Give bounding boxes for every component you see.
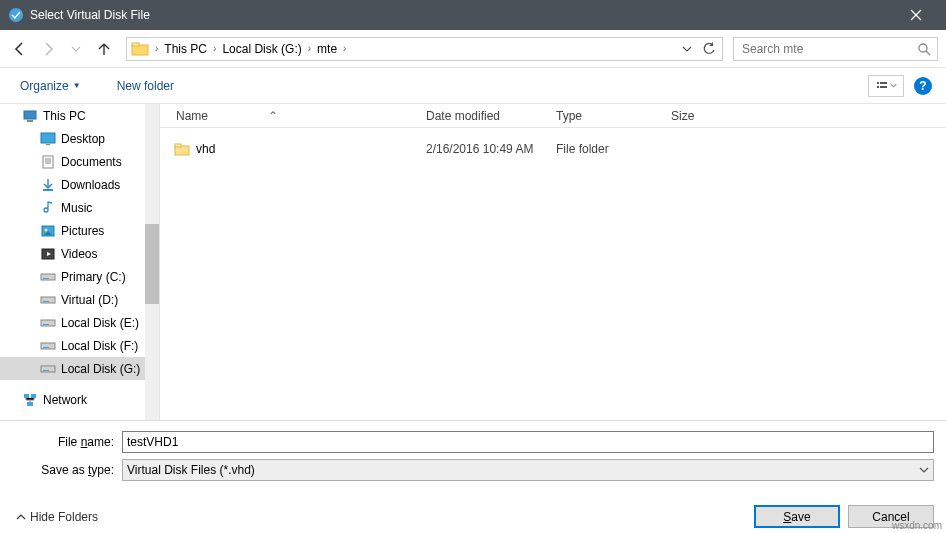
drive-icon: [40, 361, 56, 377]
drive-icon: [40, 292, 56, 308]
tree-label: Documents: [61, 155, 122, 169]
tree-pictures[interactable]: Pictures: [0, 219, 159, 242]
app-icon: [8, 7, 24, 23]
svg-rect-26: [43, 370, 49, 371]
savetype-value: Virtual Disk Files (*.vhd): [127, 463, 255, 477]
tree-label: Primary (C:): [61, 270, 126, 284]
filename-input[interactable]: [122, 431, 934, 453]
help-button[interactable]: ?: [914, 77, 932, 95]
back-button[interactable]: [8, 37, 32, 61]
column-type[interactable]: Type: [550, 109, 665, 123]
tree-label: Local Disk (E:): [61, 316, 139, 330]
svg-rect-11: [46, 144, 50, 145]
chevron-right-icon[interactable]: ›: [339, 43, 350, 54]
tree-music[interactable]: Music: [0, 196, 159, 219]
svg-rect-9: [27, 120, 33, 122]
svg-rect-24: [43, 347, 49, 348]
address-bar[interactable]: › This PC › Local Disk (G:) › mte ›: [126, 37, 723, 61]
up-button[interactable]: [92, 37, 116, 61]
watermark: wsxdn.com: [892, 520, 942, 531]
organize-menu[interactable]: Organize ▼: [14, 75, 87, 97]
svg-rect-31: [175, 144, 181, 147]
column-size[interactable]: Size: [665, 109, 745, 123]
tree-network[interactable]: Network: [0, 388, 159, 411]
svg-rect-6: [877, 86, 879, 88]
music-icon: [40, 200, 56, 216]
breadcrumb-folder[interactable]: mte: [315, 42, 339, 56]
file-list[interactable]: vhd 2/16/2016 10:49 AM File folder: [160, 128, 946, 420]
chevron-right-icon[interactable]: ›: [304, 43, 315, 54]
tree-label: Virtual (D:): [61, 293, 118, 307]
svg-rect-4: [877, 82, 879, 84]
savetype-select[interactable]: Virtual Disk Files (*.vhd): [122, 459, 934, 481]
hide-folders-button[interactable]: Hide Folders: [16, 510, 98, 524]
chevron-down-icon: ▼: [73, 81, 81, 90]
file-list-panel: Name ⌃ Date modified Type Size vhd 2/16/…: [160, 104, 946, 420]
file-type: File folder: [550, 142, 665, 156]
sidebar-scroll-thumb[interactable]: [145, 224, 159, 304]
tree-label: Desktop: [61, 132, 105, 146]
hide-folders-label: Hide Folders: [30, 510, 98, 524]
action-bar: Hide Folders Save Cancel: [0, 487, 946, 533]
svg-rect-8: [24, 111, 36, 119]
svg-rect-12: [43, 156, 53, 168]
sidebar: This PC Desktop Documents Downloads Musi…: [0, 104, 160, 420]
recent-dropdown[interactable]: [64, 37, 88, 61]
tree-drive-g[interactable]: Local Disk (G:): [0, 357, 159, 380]
breadcrumb-drive[interactable]: Local Disk (G:): [220, 42, 303, 56]
file-date: 2/16/2016 10:49 AM: [420, 142, 550, 156]
refresh-button[interactable]: [698, 38, 720, 60]
search-box[interactable]: [733, 37, 938, 61]
tree-drive-f[interactable]: Local Disk (F:): [0, 334, 159, 357]
savetype-label: Save as type:: [12, 463, 122, 477]
svg-rect-19: [41, 297, 55, 303]
tree-downloads[interactable]: Downloads: [0, 173, 159, 196]
file-name: vhd: [196, 142, 215, 156]
svg-rect-7: [880, 86, 887, 88]
breadcrumb-this-pc[interactable]: This PC: [162, 42, 209, 56]
svg-rect-29: [27, 402, 33, 406]
tree-documents[interactable]: Documents: [0, 150, 159, 173]
view-options-button[interactable]: [868, 75, 904, 97]
svg-rect-18: [43, 278, 49, 279]
close-button[interactable]: [893, 0, 938, 30]
svg-rect-25: [41, 366, 55, 372]
sort-indicator-icon: ⌃: [268, 109, 278, 123]
svg-point-15: [45, 228, 48, 231]
drive-icon: [40, 269, 56, 285]
desktop-icon: [40, 131, 56, 147]
search-icon: [917, 42, 931, 56]
tree-label: Pictures: [61, 224, 104, 238]
filename-panel: File name: Save as type: Virtual Disk Fi…: [0, 420, 946, 481]
address-dropdown[interactable]: [676, 38, 698, 60]
tree-drive-c[interactable]: Primary (C:): [0, 265, 159, 288]
chevron-right-icon[interactable]: ›: [151, 43, 162, 54]
drive-icon: [40, 338, 56, 354]
tree-label: Downloads: [61, 178, 120, 192]
new-folder-button[interactable]: New folder: [111, 75, 180, 97]
search-input[interactable]: [740, 41, 917, 57]
column-name[interactable]: Name: [176, 109, 208, 123]
downloads-icon: [40, 177, 56, 193]
save-button[interactable]: Save: [754, 505, 840, 528]
tree-label: Network: [43, 393, 87, 407]
svg-rect-22: [43, 324, 49, 325]
file-row[interactable]: vhd 2/16/2016 10:49 AM File folder: [170, 138, 946, 160]
svg-rect-21: [41, 320, 55, 326]
column-date[interactable]: Date modified: [420, 109, 550, 123]
drive-icon: [40, 315, 56, 331]
tree-desktop[interactable]: Desktop: [0, 127, 159, 150]
svg-rect-13: [43, 189, 53, 191]
tree-this-pc[interactable]: This PC: [0, 104, 159, 127]
tree-videos[interactable]: Videos: [0, 242, 159, 265]
column-headers[interactable]: Name ⌃ Date modified Type Size: [160, 104, 946, 128]
tree-drive-d[interactable]: Virtual (D:): [0, 288, 159, 311]
pictures-icon: [40, 223, 56, 239]
svg-rect-10: [41, 133, 55, 143]
navigation-bar: › This PC › Local Disk (G:) › mte ›: [0, 30, 946, 68]
forward-button[interactable]: [36, 37, 60, 61]
svg-point-0: [9, 8, 23, 22]
chevron-right-icon[interactable]: ›: [209, 43, 220, 54]
svg-rect-2: [132, 43, 139, 46]
tree-drive-e[interactable]: Local Disk (E:): [0, 311, 159, 334]
